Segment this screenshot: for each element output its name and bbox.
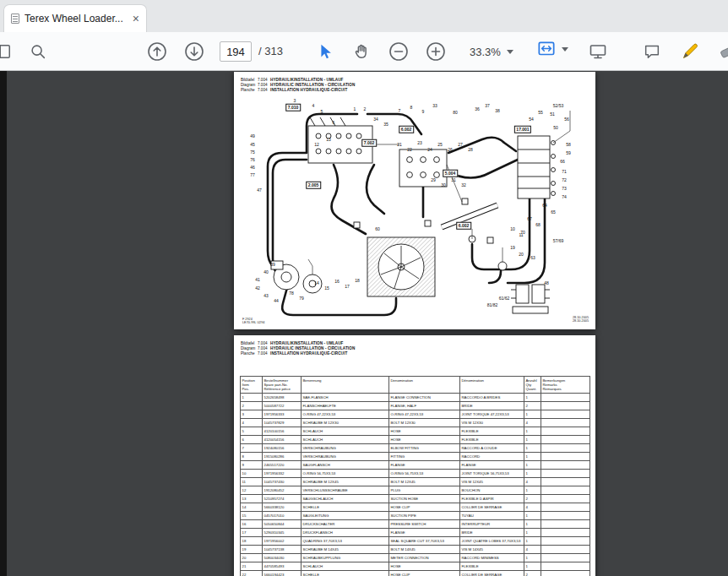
diagram-callout: 65 xyxy=(551,210,556,215)
diagram-ref-box: 7.002 xyxy=(361,139,377,147)
parts-row: 81915080286VERSCHRAUBUNGFITTINGRACCORD1 xyxy=(241,453,590,461)
chevron-down-icon xyxy=(507,50,513,54)
minus-circle-icon xyxy=(388,41,410,62)
parts-col-header: Denomination xyxy=(389,377,460,394)
parts-col-header: AnzahlQtyQuant. xyxy=(524,377,541,394)
diagram-callout: 27 xyxy=(458,143,463,147)
cursor-arrow-icon xyxy=(316,42,334,61)
previous-page-button[interactable] xyxy=(143,37,171,66)
next-page-button[interactable] xyxy=(180,37,209,66)
diagram-callout: 39 xyxy=(270,263,275,267)
diagram-callout: 20 xyxy=(519,253,524,257)
diagram-callout: 25 xyxy=(437,143,443,147)
fit-width-icon xyxy=(535,38,557,60)
diagram-callout: 49 xyxy=(250,134,255,139)
diagram-callout: 48 xyxy=(544,281,549,285)
diagram-callout: 21 xyxy=(397,143,402,147)
search-button[interactable] xyxy=(24,37,52,66)
zoom-level-label: 33.3% xyxy=(470,46,501,58)
parts-col-header: BestellnummerSpare part-No.Référence piè… xyxy=(263,377,302,394)
draw-button[interactable] xyxy=(676,37,704,66)
diagram-callout: 63 xyxy=(530,256,535,260)
document-tab[interactable]: Terex Wheel Loader... × xyxy=(3,4,147,32)
diagram-footnote-right: 28.10.2005 28.10.2005 xyxy=(573,316,589,323)
zoom-in-button[interactable] xyxy=(421,37,450,66)
sidebar-toggle-button[interactable] xyxy=(0,37,17,66)
parts-row: 31971956333O-RING 47,22X3,53O-RING 47,22… xyxy=(241,410,590,419)
fit-to-width-button[interactable] xyxy=(535,38,568,60)
diagram-callout: 13 xyxy=(326,138,331,142)
parts-row: 150457017010SAUGLEITUNGSUCTION PIPETUYAU… xyxy=(241,512,590,520)
tab-close-icon[interactable]: × xyxy=(133,13,139,24)
diagram-callout: 1 xyxy=(354,107,356,111)
parts-row: 191045737138SCHRAUBE M 14X45BOLT M 14X45… xyxy=(241,546,590,554)
zoom-out-button[interactable] xyxy=(384,37,413,66)
diagram-ref-box: 6.002 xyxy=(399,126,414,133)
parts-row: 214470585493SCHLAUCHHOSEFLEXIBLE1 xyxy=(241,562,590,571)
diagram-callout: 23 xyxy=(417,141,422,145)
diagram-callout: 58 xyxy=(566,143,571,147)
diagram-callout: 81/82 xyxy=(487,303,498,307)
diagram-callout: 72 xyxy=(562,178,567,182)
comment-icon xyxy=(643,42,661,61)
diagram-callout: 37 xyxy=(485,104,490,108)
diagram-callout: 45 xyxy=(250,143,255,147)
diagram-callout: 60 xyxy=(375,227,380,231)
diagram-callout: 51 xyxy=(550,112,555,117)
diagram-callout: 9 xyxy=(422,110,425,114)
diagram-callout: 19 xyxy=(510,246,515,250)
page-total-label: / 313 xyxy=(258,45,283,57)
diagram-callout: 64 xyxy=(542,204,547,208)
diagram-ref-box: 2.005 xyxy=(306,182,321,189)
zoom-level-select[interactable]: 33.3% xyxy=(466,40,517,63)
add-comment-button[interactable] xyxy=(638,37,666,66)
parts-row: 135210957274SAUGSCHLAUCHSUCTION HOSEFLEX… xyxy=(241,495,590,503)
diagram-callout: 22 xyxy=(407,148,412,152)
parts-row: 54120100156SCHLAUCHHOSEFLEXIBLE1 xyxy=(241,427,590,436)
select-tool-button[interactable] xyxy=(311,37,340,66)
diagram-callout: 47 xyxy=(257,188,262,193)
hand-tool-button[interactable] xyxy=(347,37,376,66)
parts-row: 145660338120SCHELLEHOSE CLIPCOLLIER DE S… xyxy=(241,503,590,512)
diagram-callout: 14 xyxy=(314,281,319,285)
diagram-callout: 16 xyxy=(334,280,340,284)
diagram-callout: 79 xyxy=(299,296,304,301)
pdf-canvas[interactable]: Bildtafel7.004HYDRAULIKINSTALLATION - UM… xyxy=(0,71,728,576)
plus-circle-icon xyxy=(425,41,447,62)
page-display-button[interactable] xyxy=(584,37,612,66)
pdf-page-2: Bildtafel7.004HYDRAULIKINSTALLATION - UM… xyxy=(234,335,595,576)
parts-col-header: Dénomination xyxy=(460,377,524,394)
pdf-viewer-window: Terex Wheel Loader... × xyxy=(0,0,728,576)
diagram-callout: 43 xyxy=(263,294,269,298)
parts-row: 165050650844DRUCKSCHALTERPRESSURE SWITCH… xyxy=(241,520,590,529)
parts-row: 205080034030SCHRAUBKUPPLUNGMETER CONNECT… xyxy=(241,554,590,562)
canvas-left-edge xyxy=(0,71,7,576)
parts-row: 175290310345DRUCKFLANSCHFLANGEBRIDE1 xyxy=(241,529,590,537)
diagram-callout: 10 xyxy=(510,227,515,231)
arrow-up-circle-icon xyxy=(146,41,168,62)
diagram-callout: 32 xyxy=(461,183,466,187)
diagram-callout: 31 xyxy=(451,178,456,182)
diagram-callout: 50 xyxy=(553,126,558,130)
doc-header: Bildtafel7.004HYDRAULIKINSTALLATION - UM… xyxy=(241,341,355,356)
pdf-toolbar: / 313 33.3% xyxy=(0,32,728,71)
diagram-callout: 80 xyxy=(453,111,458,115)
diagram-callout: 57/69 xyxy=(553,239,564,243)
diagram-callout: 42 xyxy=(255,286,260,291)
parts-row: 101971956332O-RING 56,75X3,53O-RING 56,7… xyxy=(241,470,590,478)
diagram-callout: 33 xyxy=(432,104,437,108)
erase-button[interactable] xyxy=(714,37,728,66)
diagram-callout: 70 xyxy=(520,231,525,235)
chevron-down-icon xyxy=(562,47,568,52)
diagram-callout: 41 xyxy=(255,278,260,282)
parts-row: 92465517220SAUGFLANSCHFLANGEFLANGE1 xyxy=(241,461,590,470)
diagram-ref-box: 6.002 xyxy=(456,222,471,230)
diagram-callout: 59 xyxy=(566,151,571,155)
diagram-callout: 77 xyxy=(250,173,255,177)
tab-bar: Terex Wheel Loader... × xyxy=(0,0,728,32)
diagram-callout: 17 xyxy=(345,285,350,289)
page-number-input[interactable] xyxy=(220,41,252,62)
diagram-callout: 29 xyxy=(431,178,436,182)
eraser-icon xyxy=(717,41,728,62)
diagram-callout: 68 xyxy=(535,223,541,227)
